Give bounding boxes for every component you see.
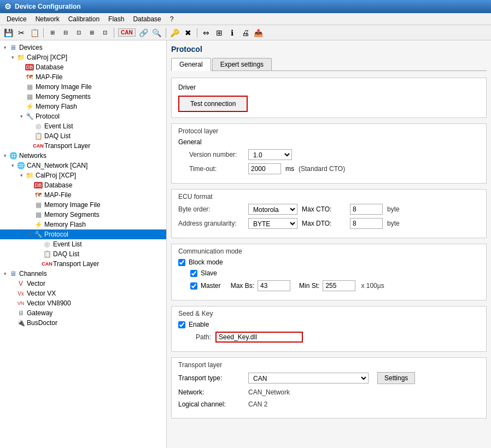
icon-protocol2: 🔧 — [34, 230, 43, 239]
toolbar-cut-btn[interactable]: ✂ — [15, 27, 27, 39]
tree-vector[interactable]: V Vector — [0, 279, 166, 288]
icon-calproj: 📁 — [16, 53, 25, 62]
tree-can-network[interactable]: ▾ 🌐 CAN_Network [CAN] — [0, 161, 166, 170]
tree-memseg2[interactable]: ▩ Memory Segments — [0, 210, 166, 220]
slave-label: Slave — [201, 269, 217, 277]
toolbar-save-btn[interactable]: 💾 — [2, 27, 14, 39]
test-connection-button[interactable]: Test connection — [178, 96, 248, 112]
tree-mapfile2[interactable]: 🗺 MAP-File — [0, 190, 166, 200]
label-vectorvn8900: Vector VN8900 — [27, 299, 71, 307]
menu-help[interactable]: ? — [166, 14, 178, 24]
seed-key-label: Seed & Key — [178, 310, 480, 317]
master-row: Master Max Bs: Min St: x 100µs — [190, 280, 480, 291]
expand-can-network: ▾ — [9, 162, 16, 169]
tab-expert[interactable]: Expert settings — [212, 58, 272, 70]
tree-memflash2[interactable]: ⚡ Memory Flash — [0, 220, 166, 229]
label-busdoctor: BusDoctor — [27, 319, 57, 327]
expand-event1 — [26, 122, 34, 130]
icon-vectorvx: Vx — [16, 289, 25, 298]
tree-protocol1[interactable]: ▾ 🔧 Protocol — [0, 111, 166, 121]
address-gran-row: Address granularity: BYTE WORD DWORD Max… — [178, 218, 480, 229]
title-bar: ⚙ Device Configuration — [0, 0, 491, 13]
tree-vectorvn8900[interactable]: VN Vector VN8900 — [0, 298, 166, 308]
tree-daqlist1[interactable]: 📋 DAQ List — [0, 131, 166, 141]
tree-transport1[interactable]: CAN Transport Layer — [0, 141, 166, 151]
toolbar-btn3[interactable]: ⊟ — [60, 27, 72, 39]
toolbar-btn4[interactable]: ⊡ — [73, 27, 85, 39]
toolbar-print-btn[interactable]: 🖨 — [239, 27, 252, 39]
icon-daq1: 📋 — [34, 132, 43, 140]
tree-calproj-xcp2[interactable]: ▾ 📁 CalProj [XCP] — [0, 170, 166, 180]
tree-protocol2[interactable]: ▾ 🔧 Protocol — [0, 229, 166, 239]
path-input[interactable] — [215, 332, 303, 343]
tree-mapfile1[interactable]: 🗺 MAP-File — [0, 72, 166, 82]
tree-daqlist2[interactable]: 📋 DAQ List — [0, 249, 166, 259]
enable-checkbox[interactable] — [178, 321, 185, 328]
transport-type-select[interactable]: CAN USB Ethernet — [248, 373, 369, 384]
tree-memimage2[interactable]: ▦ Memory Image File — [0, 200, 166, 210]
toolbar-connect-btn[interactable]: 🔗 — [138, 27, 150, 39]
menu-network[interactable]: Network — [31, 14, 64, 24]
label-memimage1: Memory Image File — [36, 83, 92, 91]
label-daq1: DAQ List — [44, 132, 71, 140]
max-bs-input[interactable] — [258, 280, 290, 291]
tree-memimage1[interactable]: ▦ Memory Image File — [0, 82, 166, 92]
toolbar-btn5[interactable]: ⊞ — [86, 27, 98, 39]
expand-protocol2: ▾ — [26, 231, 34, 238]
tree-database2[interactable]: DB Database — [0, 180, 166, 190]
tree-channels[interactable]: ▾ 🖥 Channels — [0, 269, 166, 279]
tree-eventlist1[interactable]: ◎ Event List — [0, 121, 166, 131]
toolbar-key-btn[interactable]: 🔑 — [169, 27, 181, 39]
menu-flash[interactable]: Flash — [104, 14, 128, 24]
toolbar-copy-btn[interactable]: 📋 — [28, 27, 40, 39]
tree-busdoctor[interactable]: 🔌 BusDoctor — [0, 318, 166, 328]
icon-memimage2: ▦ — [34, 201, 43, 209]
tree-memseg1[interactable]: ▩ Memory Segments — [0, 92, 166, 102]
label-mapfile2: MAP-File — [44, 191, 71, 199]
tree-networks[interactable]: ▾ 🌐 Networks — [0, 151, 166, 161]
toolbar-search-btn[interactable]: 🔍 — [151, 27, 163, 39]
icon-memflash2: ⚡ — [34, 220, 43, 229]
byte-order-select[interactable]: Motorola Intel — [248, 204, 297, 215]
settings-button[interactable]: Settings — [377, 372, 415, 384]
toolbar-btn6[interactable]: ⊡ — [99, 27, 111, 39]
slave-checkbox[interactable] — [190, 270, 197, 277]
path-label: Path: — [178, 333, 211, 341]
block-mode-checkbox[interactable] — [178, 259, 185, 266]
tree-gateway[interactable]: 🖥 Gateway — [0, 308, 166, 318]
label-gateway: Gateway — [27, 309, 52, 317]
expand-memimage1 — [17, 83, 25, 91]
ms-label: ms — [285, 165, 294, 173]
min-st-input[interactable] — [323, 280, 355, 291]
tree-eventlist2[interactable]: ◎ Event List — [0, 239, 166, 249]
menu-device[interactable]: Device — [2, 14, 31, 24]
expand-database2 — [26, 181, 34, 189]
tab-general[interactable]: General — [171, 58, 211, 71]
toolbar-btn2[interactable]: ⊞ — [46, 27, 59, 39]
address-gran-select[interactable]: BYTE WORD DWORD — [248, 218, 297, 229]
label-protocol1: Protocol — [36, 113, 60, 120]
tree-vectorvx[interactable]: Vx Vector VX — [0, 288, 166, 298]
master-checkbox[interactable] — [190, 282, 197, 290]
tree-calproj-xcp[interactable]: ▾ 📁 CalProj [XCP] — [0, 52, 166, 62]
toolbar-info-btn[interactable]: ℹ — [226, 27, 238, 39]
max-cto-input[interactable] — [350, 204, 383, 215]
menu-calibration[interactable]: Calibration — [64, 14, 104, 24]
version-select[interactable]: 1.0 — [248, 149, 292, 160]
tree-devices[interactable]: ▾ 🖥 Devices — [0, 43, 166, 52]
toolbar-x-btn[interactable]: ✖ — [182, 27, 194, 39]
icon-memimage1: ▦ — [25, 82, 34, 91]
tree-memflash1[interactable]: ⚡ Memory Flash — [0, 102, 166, 111]
tree-database1[interactable]: DB Database — [0, 62, 166, 72]
toolbar-arrow-btn[interactable]: ⇔ — [200, 27, 212, 39]
path-row: Path: — [178, 332, 480, 343]
expand-mapfile2 — [26, 191, 34, 199]
tree-transport2[interactable]: CAN Transport Layer — [0, 259, 166, 269]
menu-database[interactable]: Database — [128, 14, 165, 24]
toolbar-grid-btn[interactable]: ⊞ — [213, 27, 225, 39]
max-dto-input[interactable] — [350, 218, 383, 229]
label-transport1: Transport Layer — [44, 142, 90, 150]
timeout-input[interactable] — [248, 163, 281, 174]
label-protocol2: Protocol — [44, 231, 68, 238]
toolbar-export-btn[interactable]: 📤 — [253, 27, 265, 39]
